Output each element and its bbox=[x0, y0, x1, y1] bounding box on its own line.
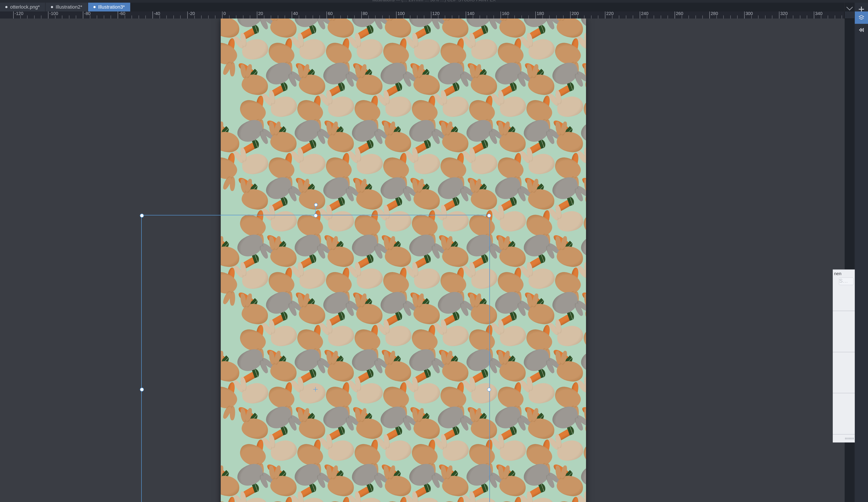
ruler-tick-major bbox=[13, 11, 14, 19]
transform-pivot-icon[interactable] bbox=[313, 387, 318, 392]
canvas-viewport[interactable] bbox=[0, 19, 845, 502]
ruler-tick-major bbox=[779, 11, 779, 19]
panel-label: nen bbox=[833, 270, 855, 276]
selection-bounding-box[interactable] bbox=[141, 215, 490, 502]
rotation-stem bbox=[315, 206, 316, 214]
rabbit-motif bbox=[269, 130, 298, 154]
ruler-tick-minor bbox=[229, 16, 229, 19]
tool-button[interactable] bbox=[855, 24, 868, 36]
ruler-tick-minor bbox=[452, 16, 452, 19]
ruler-tick-minor bbox=[542, 16, 543, 19]
tool-button[interactable] bbox=[855, 11, 868, 24]
ruler-label: 40 bbox=[293, 11, 298, 16]
ruler-tick-major bbox=[257, 11, 257, 19]
ruler-tick-minor bbox=[340, 16, 341, 19]
document-tab[interactable]: Illustration2* bbox=[45, 3, 88, 11]
dirty-indicator-icon bbox=[51, 6, 53, 8]
ruler-tick-minor bbox=[132, 16, 132, 19]
rabbit-motif bbox=[526, 36, 557, 63]
ruler-tick-minor bbox=[319, 16, 320, 19]
ruler-label: 200 bbox=[571, 11, 579, 16]
rabbit-motif bbox=[527, 188, 556, 211]
tabs-overflow-button[interactable] bbox=[844, 3, 855, 11]
ruler-label: -60 bbox=[119, 11, 125, 16]
ruler-tick-major bbox=[431, 11, 431, 19]
ruler-tick-major bbox=[570, 11, 571, 19]
rabbit-motif bbox=[526, 151, 557, 178]
rabbit-motif bbox=[239, 151, 270, 178]
rotation-handle[interactable] bbox=[314, 203, 318, 207]
ruler-tick-minor bbox=[368, 16, 369, 19]
ruler-tick-minor bbox=[473, 16, 473, 19]
ruler-label: -20 bbox=[188, 11, 195, 16]
window-title: Illustrations — (… 297mm … 50% …) CLIP S… bbox=[372, 0, 496, 2]
ruler-label: -100 bbox=[49, 11, 58, 16]
ruler-tick-minor bbox=[508, 16, 508, 19]
ruler-tick-minor bbox=[34, 16, 34, 19]
rabbit-motif bbox=[498, 245, 527, 268]
panel[interactable] bbox=[833, 352, 855, 393]
horizontal-ruler[interactable]: -120-100-80-60-40-2002040608010012014016… bbox=[0, 11, 845, 19]
ruler-tick-major bbox=[222, 11, 223, 19]
right-tool-strip bbox=[854, 11, 868, 502]
dirty-indicator-icon bbox=[93, 6, 96, 8]
ruler-label: 0 bbox=[224, 11, 226, 16]
ruler-tick-minor bbox=[27, 16, 28, 19]
resize-handle-tr[interactable] bbox=[487, 214, 491, 218]
ruler-tick-major bbox=[814, 11, 814, 19]
ruler-tick-minor bbox=[668, 16, 668, 19]
rabbit-motif bbox=[583, 380, 586, 407]
ruler-corner[interactable] bbox=[844, 11, 855, 19]
ruler-tick-major bbox=[709, 11, 710, 19]
rabbit-motif bbox=[497, 93, 528, 120]
panel[interactable] bbox=[833, 311, 855, 352]
ruler-tick-major bbox=[48, 11, 49, 19]
ruler-tick-minor bbox=[514, 16, 515, 19]
rabbit-motif bbox=[326, 19, 355, 39]
rabbit-motif bbox=[412, 188, 441, 211]
document-tab-active[interactable]: Illustration3* bbox=[88, 3, 131, 11]
ruler-label: 20 bbox=[258, 11, 263, 16]
ruler-tick-minor bbox=[69, 16, 69, 19]
ruler-tick-major bbox=[500, 11, 501, 19]
rabbit-motif bbox=[355, 188, 384, 211]
ruler-label: 300 bbox=[745, 11, 753, 16]
rabbit-motif bbox=[583, 494, 586, 502]
rabbit-motif bbox=[555, 19, 584, 39]
panel[interactable] bbox=[833, 393, 855, 434]
ruler-tick-minor bbox=[647, 16, 647, 19]
ruler-tick-minor bbox=[438, 16, 438, 19]
rabbit-motif bbox=[555, 245, 584, 268]
resize-handle-tl[interactable] bbox=[140, 214, 144, 218]
ruler-tick-minor bbox=[243, 16, 244, 19]
ruler-tick-minor bbox=[584, 16, 585, 19]
ruler-label: 340 bbox=[815, 11, 823, 16]
rabbit-motif bbox=[269, 19, 298, 39]
rewind-icon bbox=[858, 27, 865, 33]
rabbit-motif bbox=[555, 130, 584, 154]
document-tab[interactable]: otterlock.png* bbox=[0, 3, 45, 11]
ruler-tick-minor bbox=[793, 16, 793, 19]
panel[interactable]: nen S… bbox=[833, 269, 855, 311]
rabbit-motif bbox=[555, 360, 584, 383]
rabbit-motif bbox=[354, 36, 385, 63]
ruler-label: 140 bbox=[467, 11, 474, 16]
panel-grip-bar[interactable] bbox=[833, 434, 855, 442]
resize-handle-tm[interactable] bbox=[314, 214, 318, 218]
ruler-tick-minor bbox=[271, 16, 271, 19]
ruler-tick-minor bbox=[626, 16, 626, 19]
resize-handle-mr[interactable] bbox=[487, 388, 491, 392]
ruler-tick-minor bbox=[765, 16, 766, 19]
ruler-label: 160 bbox=[502, 11, 509, 16]
rabbit-motif bbox=[384, 19, 412, 39]
ruler-tick-minor bbox=[424, 16, 424, 19]
rabbit-motif bbox=[240, 73, 269, 96]
panel-button[interactable]: S… bbox=[839, 278, 854, 285]
ruler-tick-minor bbox=[591, 16, 591, 19]
resize-handle-ml[interactable] bbox=[140, 388, 144, 392]
ruler-tick-minor bbox=[487, 16, 487, 19]
ruler-tick-minor bbox=[173, 16, 174, 19]
rabbit-motif bbox=[526, 380, 557, 407]
rabbit-motif bbox=[554, 437, 586, 464]
ruler-tick-minor bbox=[354, 16, 355, 19]
